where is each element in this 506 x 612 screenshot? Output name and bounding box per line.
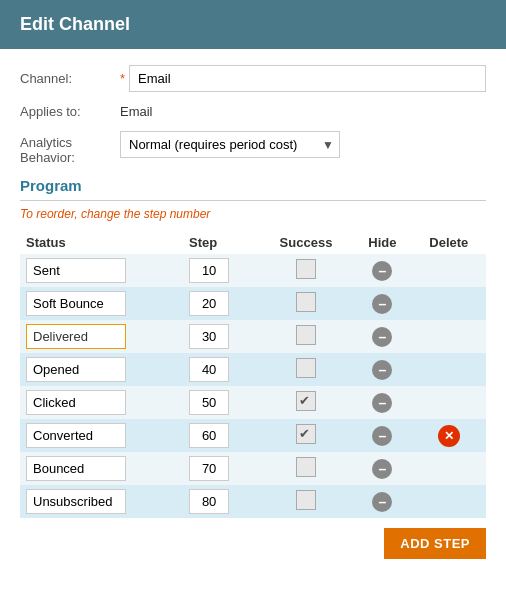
- success-checkbox[interactable]: [296, 457, 316, 477]
- status-input[interactable]: [26, 357, 126, 382]
- applies-label: Applies to:: [20, 104, 120, 119]
- hide-button[interactable]: [372, 261, 392, 281]
- step-input[interactable]: [189, 357, 229, 382]
- table-row: [20, 254, 486, 287]
- channel-input[interactable]: [129, 65, 486, 92]
- status-input[interactable]: [26, 489, 126, 514]
- add-step-button[interactable]: ADD STEP: [384, 528, 486, 559]
- col-status: Status: [20, 231, 183, 254]
- program-section-title: Program: [20, 177, 486, 201]
- program-table: Status Step Success Hide Delete: [20, 231, 486, 518]
- hide-button[interactable]: [372, 294, 392, 314]
- step-input[interactable]: [189, 324, 229, 349]
- hide-button[interactable]: [372, 459, 392, 479]
- bottom-bar: ADD STEP: [20, 528, 486, 559]
- hide-button[interactable]: [372, 327, 392, 347]
- table-row: [20, 485, 486, 518]
- header: Edit Channel: [0, 0, 506, 49]
- step-input[interactable]: [189, 291, 229, 316]
- table-row: [20, 386, 486, 419]
- reorder-hint: To reorder, change the step number: [20, 207, 486, 221]
- success-checkbox[interactable]: [296, 259, 316, 279]
- hide-button[interactable]: [372, 360, 392, 380]
- status-input[interactable]: [26, 423, 126, 448]
- delete-x-button[interactable]: [438, 425, 460, 447]
- table-row: [20, 452, 486, 485]
- status-input[interactable]: [26, 324, 126, 349]
- table-row: [20, 419, 486, 452]
- table-row: [20, 353, 486, 386]
- success-checkbox[interactable]: [296, 424, 316, 444]
- step-input[interactable]: [189, 258, 229, 283]
- step-input[interactable]: [189, 456, 229, 481]
- hide-button[interactable]: [372, 426, 392, 446]
- status-input[interactable]: [26, 456, 126, 481]
- col-hide: Hide: [353, 231, 412, 254]
- step-input[interactable]: [189, 423, 229, 448]
- col-delete: Delete: [412, 231, 486, 254]
- analytics-select[interactable]: Normal (requires period cost): [120, 131, 340, 158]
- applies-value: Email: [120, 104, 153, 119]
- analytics-label: Analytics Behavior:: [20, 131, 120, 165]
- table-row: [20, 287, 486, 320]
- col-success: Success: [259, 231, 353, 254]
- status-input[interactable]: [26, 291, 126, 316]
- header-title: Edit Channel: [20, 14, 130, 34]
- status-input[interactable]: [26, 258, 126, 283]
- analytics-select-wrap: Normal (requires period cost) ▼: [120, 131, 340, 158]
- step-input[interactable]: [189, 489, 229, 514]
- required-star: *: [120, 71, 125, 86]
- status-input[interactable]: [26, 390, 126, 415]
- success-checkbox[interactable]: [296, 292, 316, 312]
- success-checkbox[interactable]: [296, 325, 316, 345]
- hide-button[interactable]: [372, 393, 392, 413]
- hide-button[interactable]: [372, 492, 392, 512]
- success-checkbox[interactable]: [296, 490, 316, 510]
- success-checkbox[interactable]: [296, 358, 316, 378]
- channel-label: Channel:: [20, 71, 120, 86]
- table-row: [20, 320, 486, 353]
- col-step: Step: [183, 231, 259, 254]
- success-checkbox[interactable]: [296, 391, 316, 411]
- step-input[interactable]: [189, 390, 229, 415]
